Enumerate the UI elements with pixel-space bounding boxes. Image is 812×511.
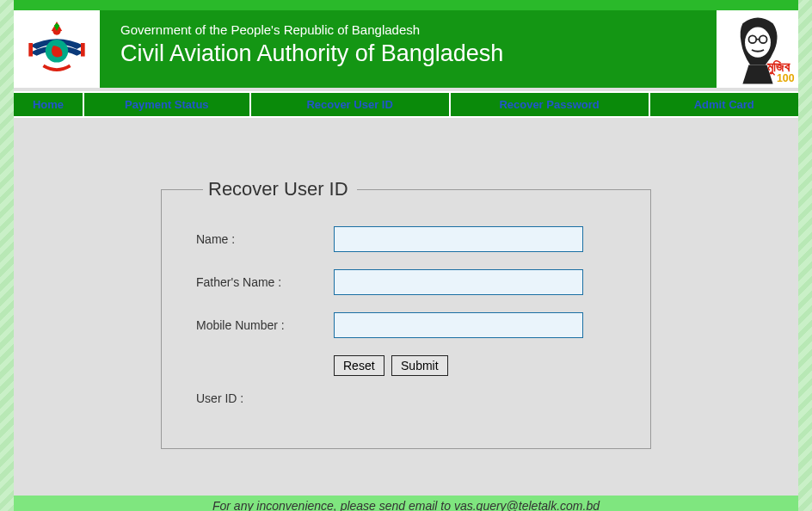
top-accent-bar xyxy=(14,0,798,10)
nav-home[interactable]: Home xyxy=(14,93,83,116)
father-name-input[interactable] xyxy=(334,269,583,295)
content-area: Recover User ID Name : Father's Name : M… xyxy=(14,118,798,483)
mobile-input[interactable] xyxy=(334,312,583,338)
nav-admit-card[interactable]: Admit Card xyxy=(650,93,798,116)
svg-rect-3 xyxy=(28,43,33,57)
userid-label: User ID : xyxy=(196,391,334,405)
name-label: Name : xyxy=(196,232,334,246)
form-legend: Recover User ID xyxy=(203,178,357,200)
main-nav: Home Payment Status Recover User ID Reco… xyxy=(14,91,798,118)
svg-rect-4 xyxy=(81,43,85,57)
svg-point-5 xyxy=(745,28,771,58)
caab-logo xyxy=(14,10,100,88)
recover-userid-form: Recover User ID Name : Father's Name : M… xyxy=(161,178,651,449)
svg-text:100: 100 xyxy=(777,72,795,84)
header-text: Government of the People's Republic of B… xyxy=(120,10,717,88)
father-name-label: Father's Name : xyxy=(196,275,334,289)
reset-button[interactable]: Reset xyxy=(334,355,384,376)
nav-recover-user-id[interactable]: Recover User ID xyxy=(251,93,449,116)
submit-button[interactable]: Submit xyxy=(391,355,448,376)
mobile-label: Mobile Number : xyxy=(196,318,334,332)
gov-line: Government of the People's Republic of B… xyxy=(120,22,717,37)
footer-notice: For any inconvenience, please send email… xyxy=(14,496,798,511)
nav-payment-status[interactable]: Payment Status xyxy=(84,93,249,116)
nav-recover-password[interactable]: Recover Password xyxy=(451,93,649,116)
name-input[interactable] xyxy=(334,226,583,252)
mujib-logo: মুজিব 100 xyxy=(717,10,798,88)
header: Government of the People's Republic of B… xyxy=(14,10,798,88)
org-title: Civil Aviation Authority of Bangladesh xyxy=(120,40,717,67)
